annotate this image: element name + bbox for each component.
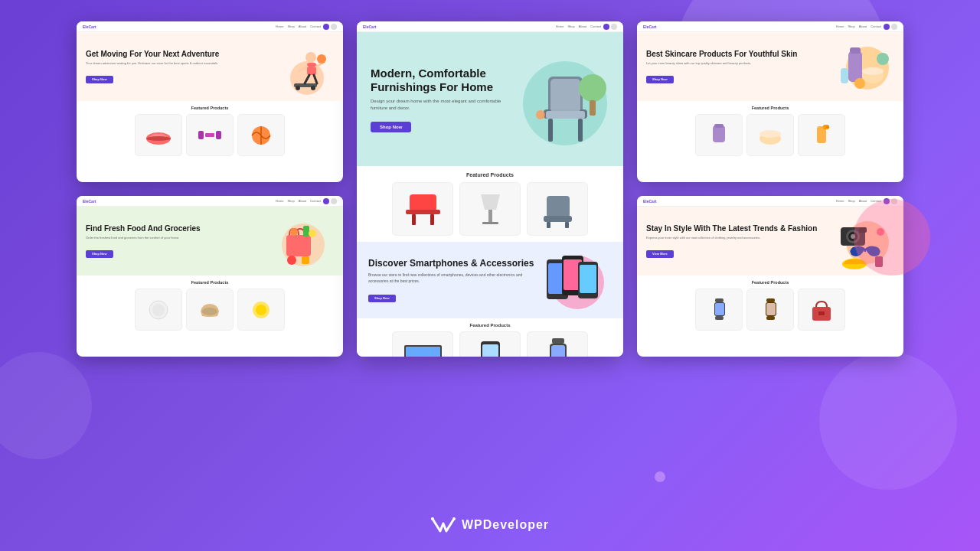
phones-preview-button[interactable]: Shop Now xyxy=(368,295,396,302)
shoe-product xyxy=(143,122,174,148)
sports-hero-image xyxy=(265,36,334,97)
sports-nav-logo: EleCart xyxy=(83,24,96,29)
fashion-card-nav: EleCart Home Shop About Contact xyxy=(637,196,903,207)
svg-point-91 xyxy=(877,228,884,236)
cards-container: EleCart Home Shop About Contact Get Movi… xyxy=(0,21,980,357)
spray-product xyxy=(806,122,837,148)
furniture-hero-image xyxy=(510,42,609,157)
cream-product xyxy=(755,122,786,148)
svg-point-12 xyxy=(146,136,171,141)
fashion-product-2 xyxy=(746,289,794,331)
sports-product-2 xyxy=(186,114,234,156)
fashion-hero: Stay In Style With The Latest Trends & F… xyxy=(637,207,903,276)
sports-card: EleCart Home Shop About Contact Get Movi… xyxy=(77,21,343,182)
svg-rect-33 xyxy=(548,119,553,142)
fashion-featured: Featured Products xyxy=(637,276,903,335)
fashion-nav-x-icon xyxy=(891,198,897,204)
center-column: EleCart Home Shop About Contact Modern, … xyxy=(357,21,623,357)
fashion-nav-home: Home xyxy=(836,199,844,203)
phones-preview-text: Discover Smartphones & Accessories Brows… xyxy=(368,258,535,302)
svg-point-87 xyxy=(851,234,855,239)
fashion-nav-about: About xyxy=(859,199,867,203)
svg-rect-14 xyxy=(198,131,204,139)
svg-rect-67 xyxy=(552,338,564,344)
svg-rect-24 xyxy=(302,256,309,264)
chair-illustration xyxy=(510,42,609,157)
skater-illustration xyxy=(265,36,334,97)
furniture-hero-text: Modern, Comfortable Furnishings For Home… xyxy=(371,67,510,132)
furniture-shop-button[interactable]: Shop Now xyxy=(371,122,411,132)
lemon-product xyxy=(246,296,276,323)
svg-rect-62 xyxy=(482,344,498,357)
svg-rect-38 xyxy=(590,100,596,116)
skincare-hero-text: Best Skincare Products For Youthful Skin… xyxy=(646,50,825,84)
fashion-nav-contact: Contact xyxy=(871,199,881,203)
fashion-featured-title: Featured Products xyxy=(645,280,896,285)
furniture-nav-shop: Shop xyxy=(567,24,574,28)
fashion-hero-image xyxy=(825,210,894,272)
chair-product xyxy=(533,188,583,230)
grocery-nav-logo: EleCart xyxy=(83,199,96,204)
watch-product xyxy=(533,337,583,357)
svg-point-27 xyxy=(202,308,217,315)
grocery-featured-title: Featured Products xyxy=(84,280,335,285)
skincare-product-3 xyxy=(798,114,845,156)
sports-product-1 xyxy=(135,114,182,156)
svg-rect-65 xyxy=(551,345,565,357)
grocery-product-3 xyxy=(237,289,285,331)
svg-rect-15 xyxy=(216,131,221,139)
svg-point-4 xyxy=(305,52,316,63)
svg-point-23 xyxy=(287,256,296,265)
svg-rect-40 xyxy=(410,194,436,211)
phones-preview-hero: Discover Smartphones & Accessories Brows… xyxy=(357,242,623,318)
fashion-nav-links: Home Shop About Contact xyxy=(836,199,881,203)
skincare-shop-button[interactable]: Shop Now xyxy=(646,76,674,83)
sports-hero-title: Get Moving For Your Next Adventure xyxy=(86,50,265,60)
svg-rect-36 xyxy=(550,79,580,112)
furniture-featured-title: Featured Products xyxy=(368,172,612,178)
skincare-hero: Best Skincare Products For Youthful Skin… xyxy=(637,32,903,101)
bread-product xyxy=(194,296,225,323)
grocery-hero: Find Fresh Food And Groceries Order the … xyxy=(77,207,343,276)
svg-point-20 xyxy=(290,228,298,236)
furniture-product-2 xyxy=(459,182,521,236)
skincare-nav-x-icon xyxy=(891,24,897,30)
sports-nav-shop: Shop xyxy=(287,24,294,28)
svg-point-79 xyxy=(760,130,781,138)
svg-rect-75 xyxy=(841,68,848,83)
phones-featured-mini: Featured Products xyxy=(357,318,623,357)
fashion-view-button[interactable]: View More xyxy=(646,250,674,258)
skincare-hero-subtitle: Let your inner beauty shine with our top… xyxy=(646,61,825,66)
skincare-nav-cart-icon xyxy=(884,24,890,30)
sports-nav-cart-icon xyxy=(323,24,329,30)
skincare-featured: Featured Products xyxy=(637,101,903,161)
grocery-product-1 xyxy=(135,289,182,331)
fashion-hero-subtitle: Express your inner style with our vast c… xyxy=(646,236,825,240)
sports-nav-home: Home xyxy=(276,24,284,28)
grocery-featured: Featured Products xyxy=(77,276,343,335)
fashion-illustration xyxy=(825,210,894,272)
phones-illustration xyxy=(535,248,612,313)
sports-shop-button[interactable]: Shop Now xyxy=(86,76,113,83)
grocery-illustration xyxy=(265,210,334,272)
svg-point-22 xyxy=(309,230,316,237)
stool-product xyxy=(398,188,448,230)
svg-point-2 xyxy=(296,86,300,90)
grocery-shop-button[interactable]: Shop Now xyxy=(86,250,113,258)
phones-featured-title: Featured Products xyxy=(368,323,612,328)
fashion-nav-cart-icon xyxy=(884,198,890,204)
svg-rect-88 xyxy=(859,227,867,233)
svg-rect-34 xyxy=(578,119,583,142)
skincare-nav-links: Home Shop About Contact xyxy=(836,24,881,28)
svg-point-26 xyxy=(152,304,165,316)
furniture-nav-cart-icon xyxy=(603,24,609,30)
svg-rect-95 xyxy=(715,316,724,320)
furniture-hero-title: Modern, Comfortable Furnishings For Home xyxy=(371,67,510,94)
phones-preview-sub: Browse our store to find new collections… xyxy=(368,272,535,284)
svg-rect-43 xyxy=(430,214,434,225)
sports-nav-contact: Contact xyxy=(310,24,321,28)
skincare-products xyxy=(645,114,896,156)
furniture-card: EleCart Home Shop About Contact Modern, … xyxy=(357,21,623,357)
sports-nav-links: Home Shop About Contact xyxy=(276,24,321,28)
svg-rect-102 xyxy=(818,311,825,315)
